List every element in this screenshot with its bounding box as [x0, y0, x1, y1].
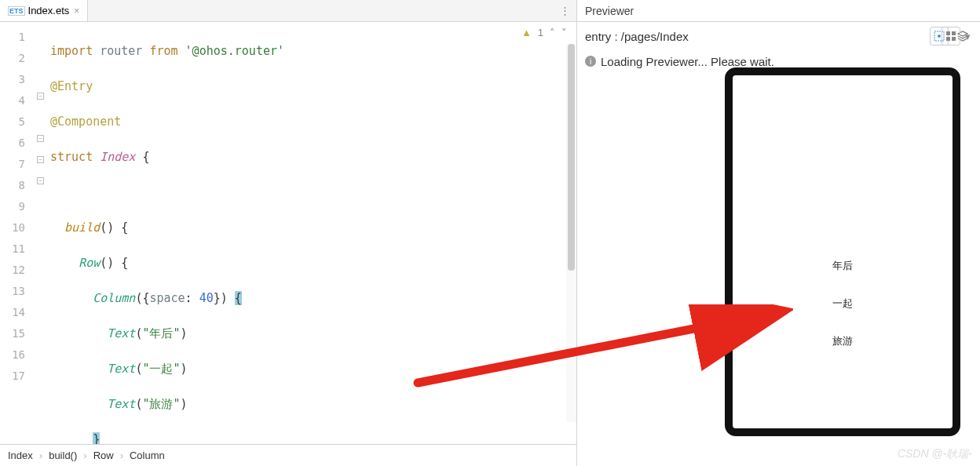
line-number: 15 — [0, 323, 36, 344]
line-number: 7 — [0, 154, 36, 175]
chevron-right-icon: › — [83, 450, 86, 461]
svg-rect-3 — [952, 31, 956, 35]
previewer-status-text: Loading Previewer... Please wait. — [601, 55, 774, 68]
preview-text: 年后 — [832, 259, 853, 273]
svg-rect-5 — [952, 37, 956, 41]
breadcrumb-item[interactable]: build() — [49, 450, 77, 461]
close-icon[interactable]: × — [74, 5, 79, 16]
line-number: 6 — [0, 133, 36, 154]
ets-file-icon: ETS — [8, 6, 25, 16]
editor-inspection-widget[interactable]: ▲ 1 ˄ ˅ — [518, 27, 570, 38]
code-text[interactable]: import router from '@ohos.router' @Entry… — [50, 22, 576, 444]
line-number: 10 — [0, 217, 36, 238]
chevron-down-icon[interactable]: ˅ — [561, 27, 567, 38]
line-number: 12 — [0, 260, 36, 281]
line-number: 9 — [0, 196, 36, 217]
device-preview-frame: 年后 一起 旅游 — [725, 67, 960, 436]
tabs-overflow-icon[interactable]: ⋮ — [554, 0, 576, 21]
fold-gutter: − − − − — [36, 22, 50, 444]
chevron-right-icon: › — [39, 450, 42, 461]
previewer-title: Previewer — [577, 0, 980, 22]
fold-marker[interactable]: − — [37, 135, 44, 142]
chevron-right-icon: › — [120, 450, 123, 461]
line-number: 14 — [0, 302, 36, 323]
svg-point-1 — [938, 35, 941, 38]
line-number: 5 — [0, 111, 36, 133]
line-number: 11 — [0, 238, 36, 260]
line-number: 8 — [0, 175, 36, 196]
previewer-pane: Previewer entry : /pages/Index ▾ i Loadi… — [577, 0, 980, 466]
previewer-toolbar: entry : /pages/Index — [577, 22, 980, 50]
preview-text: 一起 — [832, 297, 853, 311]
svg-rect-2 — [946, 31, 950, 35]
editor-tabs: ETS Index.ets × ⋮ — [0, 0, 576, 22]
device-content: 年后 一起 旅游 — [733, 259, 953, 348]
breadcrumb-item[interactable]: Column — [130, 450, 165, 461]
fold-marker[interactable]: − — [37, 93, 44, 100]
watermark: CSDN @-耿瑞- — [898, 447, 972, 461]
tab-index-ets[interactable]: ETS Index.ets × — [0, 0, 88, 21]
line-number: 1 — [0, 27, 36, 48]
line-number: 4 — [0, 90, 36, 111]
info-icon: i — [585, 56, 596, 67]
grid-icon[interactable] — [942, 27, 960, 46]
editor-pane: ETS Index.ets × ⋮ ▲ 1 ˄ ˅ 1 2 3 4 5 6 7 — [0, 0, 577, 466]
line-number: 3 — [0, 69, 36, 90]
dropdown-icon[interactable]: ▾ — [965, 31, 971, 42]
code-area[interactable]: ▲ 1 ˄ ˅ 1 2 3 4 5 6 7 8 9 10 11 12 13 14 — [0, 22, 576, 444]
line-number-gutter: 1 2 3 4 5 6 7 8 9 10 11 12 13 14 15 16 1… — [0, 22, 36, 444]
line-number: 2 — [0, 48, 36, 69]
warning-count: 1 — [538, 27, 543, 38]
tab-label: Index.ets — [28, 5, 70, 16]
fold-marker[interactable]: − — [37, 177, 44, 184]
line-number: 16 — [0, 344, 36, 366]
preview-text: 旅游 — [832, 334, 853, 348]
breadcrumb-item[interactable]: Index — [8, 450, 33, 461]
warning-icon: ▲ — [521, 27, 532, 38]
line-number: 17 — [0, 366, 36, 387]
fold-marker[interactable]: − — [37, 156, 44, 163]
svg-rect-4 — [946, 37, 950, 41]
breadcrumb-item[interactable]: Row — [93, 450, 114, 461]
previewer-entry-path: entry : /pages/Index — [585, 30, 689, 43]
line-number: 13 — [0, 281, 36, 302]
chevron-up-icon[interactable]: ˄ — [550, 27, 555, 38]
breadcrumb[interactable]: Index › build() › Row › Column — [0, 444, 576, 466]
